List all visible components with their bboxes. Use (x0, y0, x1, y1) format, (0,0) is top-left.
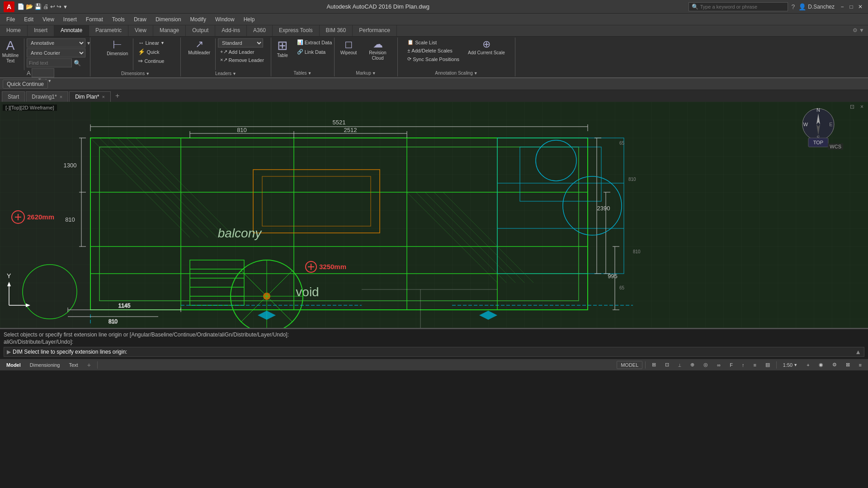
text-size-input[interactable]: 2.5 (32, 68, 54, 77)
revision-cloud-btn[interactable]: ☁ Revision Cloud (361, 38, 395, 62)
sync-scale-btn[interactable]: ⟳ Sync Scale Positions (405, 55, 462, 63)
tab-home[interactable]: Home (0, 25, 28, 36)
customize-btn[interactable]: ▼ (63, 4, 68, 9)
clean-screen-btn[interactable]: ⊠ (842, 361, 854, 369)
add-delete-scales-btn[interactable]: ± Add/Delete Scales (405, 47, 462, 54)
text-tab[interactable]: Text (65, 361, 81, 369)
dimensions-group-label[interactable]: Dimensions ▼ (121, 71, 150, 76)
markup-expand[interactable]: ▼ (372, 71, 376, 76)
isolate-btn[interactable]: ◉ (815, 361, 827, 369)
dimensioning-tab[interactable]: Dimensioning (26, 361, 64, 369)
multiline-text-btn[interactable]: A Multiline Text (0, 38, 22, 65)
tab-annotate[interactable]: Annotate (54, 25, 89, 36)
menu-insert[interactable]: Insert (59, 15, 81, 24)
font-dropdown[interactable]: Anno Courier (27, 48, 85, 57)
wipeout-btn[interactable]: ◻ Wipeout (337, 38, 360, 57)
markup-group-label[interactable]: Markup ▼ (356, 71, 376, 76)
leader-style-dropdown[interactable]: Standard (218, 38, 263, 47)
maximize-btn[interactable]: □ (847, 3, 855, 11)
menu-tools[interactable]: Tools (108, 15, 129, 24)
linear-expand[interactable]: ▼ (160, 41, 165, 45)
search-input[interactable] (700, 4, 782, 9)
menu-edit[interactable]: Edit (19, 15, 38, 24)
snap-toggle[interactable]: ⊡ (661, 361, 673, 369)
help-icon[interactable]: ? (792, 3, 795, 10)
scale-list-btn[interactable]: 📋 Scale List (405, 38, 462, 46)
viewport-close-btn[interactable]: × (860, 104, 863, 110)
menu-window[interactable]: Window (211, 15, 239, 24)
quick-continue-label[interactable]: Quick Continue (3, 80, 48, 89)
tab-drawing1[interactable]: Drawing1* × (26, 91, 68, 102)
command-expand-btn[interactable]: ▲ (855, 348, 861, 355)
annotation-scaling-expand[interactable]: ▼ (474, 71, 478, 76)
viewport-expand-btn[interactable]: ⊡ (850, 104, 854, 110)
grid-toggle[interactable]: ⊞ (648, 361, 660, 369)
leaders-expand[interactable]: ▼ (232, 71, 236, 76)
tab-start[interactable]: Start (2, 91, 25, 102)
ucs-toggle[interactable]: F (726, 361, 736, 369)
continue-btn[interactable]: ⇒ Continue (136, 57, 167, 65)
save-btn[interactable]: 💾 (34, 3, 42, 10)
new-btn[interactable]: 📄 (17, 3, 24, 10)
user-info[interactable]: 👤 D.Sanchez (798, 3, 835, 10)
polar-toggle[interactable]: ⊕ (687, 361, 698, 369)
dimension-btn[interactable]: ⊢ Dimension (104, 38, 131, 57)
command-input[interactable]: DIM Select line to specify extension lin… (13, 349, 855, 355)
tab-insert[interactable]: Insert (28, 25, 54, 36)
find-icon[interactable]: 🔍 (74, 60, 81, 66)
model-tab[interactable]: Model (3, 361, 24, 369)
menu-view[interactable]: View (38, 15, 59, 24)
open-btn[interactable]: 📂 (26, 3, 33, 10)
otrack-toggle[interactable]: ∞ (713, 361, 724, 369)
osnap-toggle[interactable]: ◎ (700, 361, 712, 369)
tab-dimplan[interactable]: Dim Plan* × (69, 91, 111, 102)
command-line[interactable]: ▶ DIM Select line to specify extension l… (4, 347, 864, 357)
table-btn[interactable]: ⊞ Table (271, 38, 294, 59)
text-style-dropdown[interactable]: Annotative (27, 38, 85, 47)
extract-data-btn[interactable]: 📊 Extract Data (295, 38, 335, 46)
menu-dimension[interactable]: Dimension (151, 15, 186, 24)
dyn-toggle[interactable]: ↑ (738, 361, 748, 369)
tab-a360[interactable]: A360 (247, 25, 273, 36)
ortho-toggle[interactable]: ⟂ (675, 361, 685, 369)
multileader-btn[interactable]: ↗ Multileader (185, 38, 213, 57)
minimize-btn[interactable]: − (838, 3, 846, 11)
add-current-scale-btn[interactable]: ⊕ Add Current Scale (465, 38, 508, 57)
linear-btn[interactable]: ↔ Linear ▼ (136, 38, 167, 47)
dimensions-expand[interactable]: ▼ (146, 71, 150, 76)
undo-btn[interactable]: ↩ (50, 3, 55, 10)
tab-addins[interactable]: Add-ins (215, 25, 247, 36)
tab-bim360[interactable]: BIM 360 (320, 25, 353, 36)
drawing-canvas[interactable]: 810 2512 5521 1300 810 2390 995 balcony … (0, 102, 868, 328)
tab-output[interactable]: Output (186, 25, 215, 36)
text-group-expand[interactable]: ▼ (47, 79, 52, 83)
print-btn[interactable]: 🖨 (43, 3, 49, 10)
hardware-btn[interactable]: ⚙ (829, 361, 840, 369)
leaders-group-label[interactable]: Leaders ▼ (215, 71, 236, 76)
lw-toggle[interactable]: ≡ (750, 361, 760, 369)
close-btn[interactable]: ✕ (856, 3, 864, 11)
menu-draw[interactable]: Draw (129, 15, 151, 24)
model-btn[interactable]: MODEL (617, 361, 642, 369)
tab-dimplan-close[interactable]: × (102, 94, 105, 99)
menu-format[interactable]: Format (81, 15, 108, 24)
remove-leader-btn[interactable]: ×↗ Remove Leader (218, 56, 266, 64)
tables-group-label[interactable]: Tables ▼ (294, 71, 312, 76)
add-leader-btn[interactable]: +↗ Add Leader (218, 48, 266, 56)
tab-drawing1-close[interactable]: × (60, 94, 62, 99)
tp-toggle[interactable]: ▤ (762, 361, 774, 369)
menu-modify[interactable]: Modify (186, 15, 211, 24)
find-text-input[interactable] (27, 58, 72, 67)
link-data-btn[interactable]: 🔗 Link Data (295, 48, 335, 56)
ribbon-options[interactable]: ⚙ ▼ (849, 25, 868, 36)
tab-manage[interactable]: Manage (153, 25, 186, 36)
tab-performance[interactable]: Performance (353, 25, 397, 36)
add-tab-btn[interactable]: + (112, 90, 123, 102)
tab-view[interactable]: View (128, 25, 153, 36)
menu-file[interactable]: File (2, 15, 19, 24)
app-icon[interactable]: A (4, 1, 14, 12)
annotation-scale-expand[interactable]: ▼ (793, 363, 797, 367)
annotation-scale[interactable]: 1:50 ▼ (779, 361, 801, 369)
quick-btn[interactable]: ⚡ Quick (136, 47, 167, 56)
search-box[interactable]: 🔍 (689, 2, 788, 11)
